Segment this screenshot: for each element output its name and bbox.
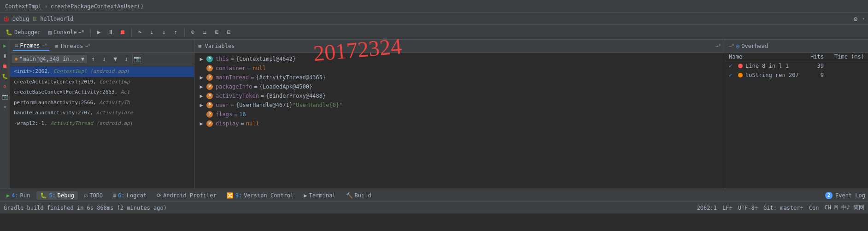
tab-android-profiler[interactable]: ⟳ Android Profiler — [153, 191, 220, 200]
var-expand-display[interactable]: ▶ — [198, 120, 205, 127]
btn-force-step-into[interactable]: ⇓ — [159, 27, 169, 37]
var-item-container[interactable]: P container = null — [194, 64, 725, 73]
btn-step-into[interactable]: ↓ — [147, 27, 157, 37]
tab-threads[interactable]: ≡ Threads →* — [53, 42, 93, 50]
overhead-row-0[interactable]: ✓ Line 8 in l 1 39 — [725, 61, 868, 71]
btn-step-out[interactable]: ↑ — [171, 27, 181, 37]
console-icon: ▤ — [48, 29, 52, 36]
frame-item-5[interactable]: -wrap12:-1, ActivityThread (android.ap) — [10, 118, 194, 129]
sidebar-icon-cancel[interactable]: ⊘ — [1, 82, 9, 90]
status-encoding[interactable]: LF÷ — [722, 205, 733, 211]
sidebar-icon-bug[interactable]: 🐛 — [1, 72, 9, 80]
debug-icon: 🐞 — [3, 16, 10, 22]
btn-stop[interactable]: ⏹ — [118, 27, 128, 37]
breadcrumb-method[interactable]: createPackageContextAsUser() — [51, 3, 144, 10]
btn-evaluate[interactable]: ≡ — [200, 27, 210, 37]
frame-item-2[interactable]: createBaseContextForActivity:2663, Act — [10, 87, 194, 98]
overhead-title: Overhead — [741, 43, 768, 49]
frame-item-1[interactable]: createActivityContext:2019, ContextImp — [10, 77, 194, 88]
overhead-hits-1: 9 — [800, 72, 827, 78]
overhead-col-headers: Name Hits Time (ms) — [725, 53, 868, 61]
sidebar-icon-bookmark[interactable]: » — [1, 102, 9, 111]
logcat-label: Logcat — [127, 192, 147, 199]
tab-debugger[interactable]: 🐛 Debugger — [3, 28, 44, 36]
run-icon: ▶ — [6, 192, 10, 199]
logcat-icon: ≡ — [113, 192, 116, 199]
debug-settings-btn[interactable]: ⚙ · — [854, 15, 865, 23]
overhead-panel: →* ◎ Overhead Name Hits Time (ms) ✓ Line… — [725, 40, 868, 189]
btn-step-pause[interactable]: ⏸ — [106, 27, 116, 37]
btn-settings-debug[interactable]: ⊟ — [224, 27, 234, 37]
var-item-flags[interactable]: P flags = 16 — [194, 110, 725, 119]
btn-step-resume[interactable]: ▶ — [94, 27, 104, 37]
var-expand-this[interactable]: ▶ — [198, 56, 205, 62]
btn-frames-camera[interactable]: 📷 — [132, 54, 142, 64]
overhead-label-1: toString ren 207 — [745, 72, 800, 78]
sidebar-icon-run[interactable]: ▶ — [1, 41, 9, 50]
status-right-icons[interactable]: CH M 中♪ 简网 — [824, 204, 864, 212]
var-item-user[interactable]: ▶ P user = {UserHandle@4671} "UserHandle… — [194, 101, 725, 110]
tab-version-control[interactable]: 🔀 9: Version Control — [223, 191, 298, 200]
tab-debug[interactable]: 🐛 5: Debug — [36, 191, 78, 200]
variables-list[interactable]: ▶ P this = {ContextImpl@4642} P containe… — [194, 53, 725, 189]
var-item-mainthread[interactable]: ▶ P mainThread = {ActivityThread@4365} — [194, 73, 725, 82]
btn-frames-filter[interactable]: ▼ — [110, 54, 120, 64]
var-expand-activitytoken[interactable]: ▶ — [198, 93, 205, 99]
variables-title: Variables — [205, 43, 235, 49]
overhead-row-1[interactable]: ✓ toString ren 207 9 — [725, 71, 868, 80]
terminal-icon: ▶ — [304, 192, 307, 199]
var-item-display[interactable]: ▶ P display = null — [194, 119, 725, 128]
var-item-this[interactable]: ▶ P this = {ContextImpl@4642} — [194, 54, 725, 64]
var-item-activitytoken[interactable]: ▶ P activityToken = {BinderProxy@4488} — [194, 91, 725, 101]
thread-selector-icon: ● — [15, 56, 18, 61]
tab-logcat[interactable]: ≡ 6: Logcat — [109, 191, 150, 200]
var-item-packageinfo[interactable]: ▶ P packageInfo = {LoadedApk@4500} — [194, 82, 725, 91]
overhead-check-1[interactable]: ✓ — [729, 72, 735, 78]
bottom-toolbar: ▶ 4: Run 🐛 5: Debug ☑ TODO ≡ 6: Logcat ⟳… — [0, 189, 868, 201]
col-hits-header: Hits — [800, 53, 827, 60]
event-log-label[interactable]: Event Log — [835, 192, 865, 199]
frames-list[interactable]: <init>:2062, ContextImpl (android.app) c… — [10, 65, 194, 189]
debugger-icon: 🐛 — [6, 29, 12, 36]
btn-trace[interactable]: ⊞ — [212, 27, 222, 37]
frames-panel: ≡ Frames →* ≡ Threads →* ● "main"@4,348 … — [10, 40, 194, 189]
var-expand-user[interactable]: ▶ — [198, 102, 205, 108]
tab-terminal[interactable]: ▶ Terminal — [300, 191, 340, 200]
tab-console[interactable]: ▤ Console →* — [46, 28, 87, 36]
status-position[interactable]: 2062:1 — [697, 205, 717, 211]
breadcrumb-class[interactable]: ContextImpl — [5, 3, 41, 10]
tab-build[interactable]: 🔨 Build — [342, 191, 375, 200]
thread-selector[interactable]: ● "main"@4,348 in... ▼ — [12, 55, 87, 63]
col-time-header: Time (ms) — [827, 53, 864, 60]
btn-run-to-cursor[interactable]: ⊕ — [188, 27, 198, 37]
overhead-check-0[interactable]: ✓ — [729, 63, 735, 69]
btn-frames-restore[interactable]: ↓ — [121, 54, 131, 64]
variables-icon: ≡ — [198, 43, 201, 49]
frame-item-4[interactable]: handleLaunchActivity:2707, ActivityThre — [10, 108, 194, 118]
debug-tab-bar: 🐞 Debug 🖥 helloworld ⚙ · — [0, 13, 868, 25]
tab-frames[interactable]: ≡ Frames →* — [13, 41, 49, 51]
status-charset[interactable]: UTF-8÷ — [738, 205, 758, 211]
main-content: ▶ ⏸ ⏹ 🐛 ⊘ 📷 » ≡ Frames →* ≡ Threads →* ● — [0, 40, 868, 189]
frame-item-3[interactable]: performLaunchActivity:2566, ActivityTh — [10, 98, 194, 108]
status-vcs[interactable]: Git: master÷ — [763, 205, 803, 211]
tab-run[interactable]: ▶ 4: Run — [3, 191, 34, 200]
overhead-hits-0: 39 — [800, 63, 827, 69]
var-expand-mainthread[interactable]: ▶ — [198, 74, 205, 81]
var-expand-packageinfo[interactable]: ▶ — [198, 83, 205, 90]
toolbar-sep-1 — [90, 28, 91, 36]
btn-frames-down[interactable]: ↓ — [99, 54, 109, 64]
sidebar-icon-camera[interactable]: 📷 — [1, 92, 9, 101]
variables-arrow: →* — [716, 43, 721, 48]
var-icon-activitytoken: P — [206, 93, 213, 99]
btn-frames-up[interactable]: ↑ — [88, 54, 98, 64]
sidebar-icon-pause[interactable]: ⏸ — [1, 52, 9, 60]
console-arrow: →* — [79, 30, 84, 35]
sidebar-icon-stop[interactable]: ⏹ — [1, 62, 9, 70]
event-log-badge: 2 — [825, 192, 833, 199]
threads-icon: ≡ — [55, 43, 58, 49]
frame-item-0[interactable]: <init>:2062, ContextImpl (android.app) — [10, 66, 194, 77]
tab-todo[interactable]: ☑ TODO — [81, 191, 106, 200]
frames-icon: ≡ — [15, 42, 18, 49]
btn-step-over[interactable]: ↷ — [135, 27, 145, 37]
